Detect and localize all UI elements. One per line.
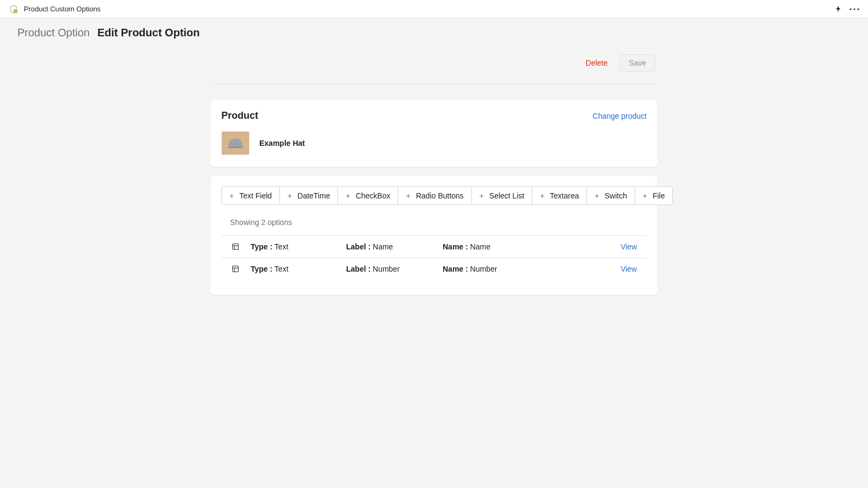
- type-key: Type :: [251, 265, 272, 273]
- hat-icon: [228, 138, 242, 148]
- option-type-buttons: +Text Field +DateTime +CheckBox +Radio B…: [221, 187, 647, 205]
- type-label: Textarea: [550, 191, 579, 200]
- type-label: File: [653, 191, 665, 200]
- add-datetime-button[interactable]: +DateTime: [279, 187, 338, 205]
- product-row: Example Hat: [221, 131, 647, 155]
- plus-icon: +: [406, 191, 410, 200]
- drag-handle-icon[interactable]: [230, 243, 241, 251]
- add-select-list-button[interactable]: +Select List: [471, 187, 533, 205]
- svg-point-0: [14, 9, 17, 13]
- product-name: Example Hat: [259, 139, 305, 147]
- topbar: Product Custom Options: [0, 0, 868, 18]
- add-file-button[interactable]: +File: [635, 187, 673, 205]
- option-label: Label : Name: [346, 242, 443, 251]
- label-value: Name: [373, 242, 393, 251]
- app-title: Product Custom Options: [24, 5, 101, 13]
- add-text-field-button[interactable]: +Text Field: [221, 187, 280, 205]
- option-label: Label : Number: [346, 265, 443, 273]
- option-name: Name : Number: [443, 265, 621, 273]
- product-card-header: Product Change product: [221, 110, 647, 121]
- breadcrumb-back[interactable]: Product Option: [17, 27, 90, 39]
- plus-icon: +: [229, 191, 234, 200]
- name-value: Name: [470, 242, 490, 251]
- change-product-link[interactable]: Change product: [592, 112, 647, 120]
- view-option-link[interactable]: View: [621, 265, 637, 273]
- option-name: Name : Name: [443, 242, 621, 251]
- add-checkbox-button[interactable]: +CheckBox: [337, 187, 398, 205]
- plus-icon: +: [288, 191, 292, 200]
- page-title: Edit Product Option: [97, 27, 200, 39]
- option-type: Type : Text: [251, 242, 346, 251]
- type-label: Text Field: [239, 191, 272, 200]
- pin-icon[interactable]: [834, 5, 842, 13]
- type-value: Text: [275, 242, 289, 251]
- page-header: Product Option Edit Product Option: [0, 18, 868, 43]
- view-option-link[interactable]: View: [621, 242, 637, 251]
- type-label: CheckBox: [356, 191, 391, 200]
- svg-point-2: [853, 8, 855, 10]
- plus-icon: +: [643, 191, 647, 200]
- delete-button[interactable]: Delete: [580, 55, 613, 70]
- topbar-left: Product Custom Options: [9, 4, 101, 14]
- svg-rect-5: [233, 266, 239, 272]
- options-card: +Text Field +DateTime +CheckBox +Radio B…: [210, 176, 658, 295]
- type-label: Select List: [489, 191, 525, 200]
- type-value: Text: [275, 265, 289, 273]
- plus-icon: +: [540, 191, 544, 200]
- option-row: Type : Text Label : Number Name : Number…: [221, 258, 647, 280]
- type-label: Radio Buttons: [416, 191, 464, 200]
- showing-count: Showing 2 options: [221, 216, 647, 235]
- drag-handle-icon[interactable]: [230, 265, 241, 273]
- option-row: Type : Text Label : Name Name : Name Vie…: [221, 235, 647, 258]
- name-value: Number: [470, 265, 497, 273]
- add-radio-buttons-button[interactable]: +Radio Buttons: [398, 187, 471, 205]
- save-button[interactable]: Save: [620, 54, 655, 72]
- add-switch-button[interactable]: +Switch: [586, 187, 635, 205]
- product-thumbnail[interactable]: [221, 131, 250, 155]
- plus-icon: +: [595, 191, 599, 200]
- type-key: Type :: [251, 242, 272, 251]
- option-type: Type : Text: [251, 265, 346, 273]
- svg-point-3: [857, 8, 859, 10]
- type-label: DateTime: [297, 191, 330, 200]
- actions-row: Delete Save: [210, 51, 658, 84]
- topbar-right: [834, 5, 859, 13]
- name-key: Name :: [443, 242, 468, 251]
- app-logo-icon: [9, 4, 18, 14]
- svg-point-1: [850, 8, 851, 10]
- plus-icon: +: [346, 191, 350, 200]
- type-label: Switch: [604, 191, 627, 200]
- svg-rect-4: [233, 244, 239, 250]
- more-icon[interactable]: [850, 5, 859, 13]
- plus-icon: +: [480, 191, 484, 200]
- product-card-heading: Product: [221, 110, 258, 121]
- main-content: Delete Save Product Change product Examp…: [210, 43, 658, 295]
- name-key: Name :: [443, 265, 468, 273]
- add-textarea-button[interactable]: +Textarea: [532, 187, 587, 205]
- label-key: Label :: [346, 242, 371, 251]
- product-card: Product Change product Example Hat: [210, 99, 658, 167]
- label-key: Label :: [346, 265, 371, 273]
- label-value: Number: [373, 265, 400, 273]
